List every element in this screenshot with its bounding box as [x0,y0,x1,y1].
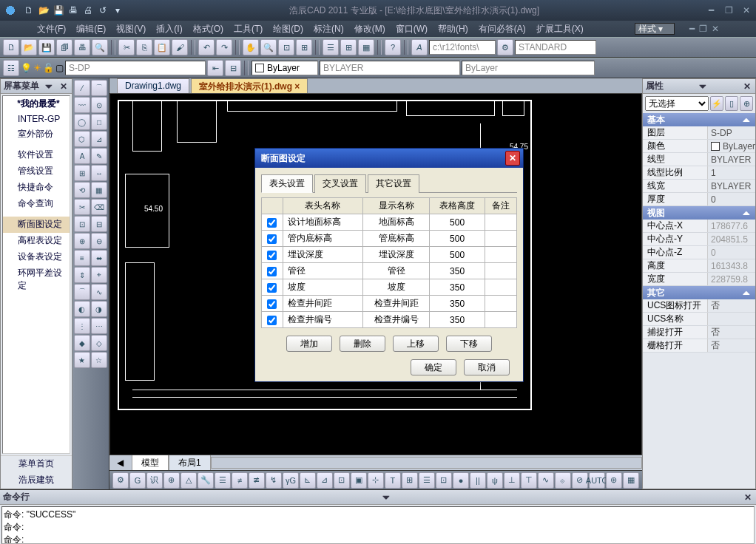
layer-manager-button[interactable]: ☷ [3,60,19,76]
menu-edit[interactable]: 编辑(E) [76,23,106,35]
draw-tool-14[interactable]: ✂ [74,199,90,215]
save-all-button[interactable]: 🗐 [56,39,72,55]
prop-row[interactable]: 中心点-Y204851.5 [643,233,755,246]
tab-close-icon[interactable]: × [294,81,300,92]
haocheng-arch-button[interactable]: 浩辰建筑 [1,472,72,489]
lineweight-select[interactable] [462,61,595,75]
open-icon[interactable]: 📂 [37,4,50,17]
panel-pin-icon[interactable]: ⏷ [44,81,54,92]
tree-item[interactable]: 软件设置 [3,147,70,163]
row-checkbox[interactable] [267,299,277,309]
draw-tool-7[interactable]: ⊿ [91,131,107,147]
help-button[interactable]: ? [385,39,401,55]
draw-tool-33[interactable]: ☆ [91,352,107,368]
plugin-tool-11[interactable]: ⊾ [300,472,316,489]
menu-tools[interactable]: 工具(T) [234,23,263,35]
plugin-tool-25[interactable]: ∿ [538,472,554,489]
plugin-tool-30[interactable]: ▦ [623,472,639,489]
plugin-tool-16[interactable]: T [385,472,401,489]
new-icon[interactable]: 🗋 [22,4,36,17]
draw-tool-12[interactable]: ⟲ [74,182,90,198]
prop-row[interactable]: 中心点-Z0 [643,246,755,259]
table-row[interactable]: 管径管径350 [262,263,517,279]
row-checkbox[interactable] [267,251,277,260]
draw-tool-25[interactable]: ∿ [91,284,107,300]
dropdown-icon[interactable]: ▾ [111,4,124,17]
tool-palette-button[interactable]: ▦ [358,39,374,55]
font-path-input[interactable] [429,40,496,55]
match-button[interactable]: 🖌 [172,39,188,55]
minimize-button[interactable]: ━ [704,5,718,16]
text-style-manage-button[interactable]: ⚙ [497,39,513,55]
prop-row[interactable]: 中心点-X178677.6 [643,220,755,233]
plugin-tool-1[interactable]: G [129,472,146,489]
zoom-win-button[interactable]: ⊡ [278,39,294,55]
plot-button[interactable]: 🖶 [74,39,90,55]
tab-other-settings[interactable]: 其它设置 [368,174,419,193]
prop-row[interactable]: 线宽BYLAYER [643,180,755,193]
draw-tool-20[interactable]: ≡ [74,250,90,266]
table-row[interactable]: 检查井间距检查井间距350 [262,296,517,312]
draw-tool-8[interactable]: A [74,148,90,164]
menu-ext[interactable]: 扩展工具(X) [536,23,584,35]
mdi-close-button[interactable]: ✕ [712,24,719,34]
tree-item[interactable]: 高程表设定 [3,233,70,249]
text-style-select[interactable] [515,40,596,55]
color-select[interactable]: ByLayer [267,63,300,73]
prop-row[interactable]: 栅格打开否 [643,339,755,353]
row-checkbox[interactable] [267,283,277,293]
draw-tool-11[interactable]: ↔ [91,165,107,181]
table-row[interactable]: 检查井编号检查井编号350 [262,312,517,328]
tree-favorites[interactable]: *我的最爱* [3,96,70,112]
linetype-select[interactable] [320,61,460,75]
layer-select[interactable] [65,61,206,75]
layer-prev-button[interactable]: ⇤ [207,60,223,76]
prop-group-view[interactable]: 视图⏶ [643,206,755,220]
tree-item[interactable]: 快捷命令 [3,180,70,196]
doc-tab-drawing1[interactable]: Drawing1.dwg [117,78,189,93]
add-button[interactable]: 增加 [286,336,332,352]
plugin-tool-18[interactable]: ☰ [419,472,435,489]
layer-iso-button[interactable]: ⊟ [225,60,241,76]
draw-tool-17[interactable]: ⊟ [91,216,107,232]
tree-item[interactable]: 命令查询 [3,196,70,212]
tab-header-settings[interactable]: 表头设置 [261,174,313,193]
table-row[interactable]: 设计地面标高地面标高500 [262,214,517,231]
draw-tool-2[interactable]: 〰 [74,97,90,113]
quick-select-icon[interactable]: ⚡ [710,96,723,111]
prop-group-basic[interactable]: 基本⏶ [643,113,755,126]
plugin-tool-12[interactable]: ⊿ [317,472,333,489]
style-dropdown[interactable]: 样式 ▾ [635,23,675,35]
plugin-tool-24[interactable]: ⊤ [521,472,537,489]
move-down-button[interactable]: 下移 [446,336,492,352]
move-up-button[interactable]: 上移 [393,336,439,352]
table-row[interactable]: 管内底标高管底标高500 [262,231,517,247]
zoom-rt-button[interactable]: 🔍 [260,39,277,55]
props-close-icon[interactable]: ✕ [742,81,752,92]
draw-tool-13[interactable]: ▦ [91,182,107,198]
plugin-tool-19[interactable]: ⊡ [436,472,452,489]
redo-button[interactable]: ↷ [216,39,232,55]
draw-tool-28[interactable]: ⋮ [74,318,90,334]
plugin-tool-4[interactable]: △ [180,472,197,489]
text-style-icon[interactable]: A [411,39,428,55]
menu-window[interactable]: 窗口(W) [396,23,428,35]
prop-row[interactable]: 图层S-DP [643,126,755,140]
row-checkbox[interactable] [267,218,277,228]
draw-tool-9[interactable]: ✎ [91,148,107,164]
plugin-tool-6[interactable]: ☰ [215,472,231,489]
plugin-tool-9[interactable]: ↯ [266,472,282,489]
draw-tool-19[interactable]: ⊖ [91,233,107,249]
menu-modify[interactable]: 修改(M) [354,23,385,35]
props-button[interactable]: ☰ [323,39,339,55]
cancel-button[interactable]: 取消 [464,359,510,375]
print-icon[interactable]: 🖶 [67,4,80,17]
draw-tool-16[interactable]: ⊡ [74,216,90,232]
delete-button[interactable]: 删除 [340,336,385,352]
table-row[interactable]: 埋设深度埋设深度500 [262,247,517,263]
design-center-button[interactable]: ⊞ [340,39,357,55]
prop-row[interactable]: 捕捉打开否 [643,326,755,339]
draw-tool-6[interactable]: ⬡ [74,131,90,147]
ok-button[interactable]: 确定 [411,359,456,375]
zoom-prev-button[interactable]: ⊞ [296,39,312,55]
